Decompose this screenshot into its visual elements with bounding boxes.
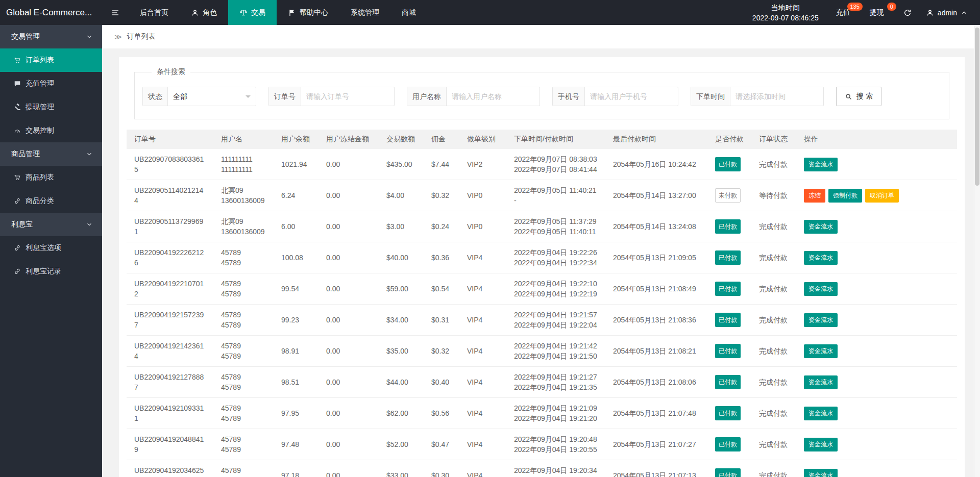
trade-amount-cell: $40.00	[379, 242, 424, 273]
actions-cell: 资金流水	[796, 398, 957, 429]
nav-item-label: 帮助中心	[300, 8, 328, 17]
withdraw-button[interactable]: 提现 0	[870, 8, 884, 17]
sidebar-item-recharge[interactable]: 充值管理	[0, 72, 102, 95]
sidebar-item-order-list[interactable]: 订单列表	[0, 48, 102, 72]
nav-dashboard[interactable]: 后台首页	[129, 0, 180, 25]
table-head: 订单号用户名用户余额用户冻结金额交易数额佣金做单级别下单时间/付款时间最后付款时…	[127, 130, 957, 149]
cancel-order-button[interactable]: 取消订单	[865, 189, 899, 203]
hamburger-icon[interactable]	[102, 0, 129, 25]
phone-input-group: 手机号	[552, 87, 678, 106]
order-no-input[interactable]	[301, 87, 394, 106]
fund-flow-button[interactable]: 资金流水	[804, 220, 838, 234]
table-header-row: 订单号用户名用户余额用户冻结金额交易数额佣金做单级别下单时间/付款时间最后付款时…	[127, 130, 957, 149]
nav-trade[interactable]: 交易	[228, 0, 277, 25]
pay-status-cell: 已付款	[707, 367, 751, 398]
username-input[interactable]	[447, 87, 540, 106]
pay-status-cell: 已付款	[707, 336, 751, 367]
commission-cell: $0.54	[424, 273, 459, 305]
status-select[interactable]: 全部	[168, 87, 256, 106]
order-time-input[interactable]	[730, 87, 823, 106]
username-line: 45789	[221, 258, 266, 268]
recharge-button[interactable]: 充值 135	[836, 8, 850, 17]
nav-help-center[interactable]: 帮助中心	[277, 0, 339, 25]
breadcrumb-chevrons-icon: ≫	[114, 33, 122, 41]
balance-cell: 6.00	[274, 211, 318, 242]
order-no-cell: UB2209041922107012	[127, 273, 213, 305]
username-line: 45789	[221, 341, 266, 351]
sidebar-item-trade-control[interactable]: 交易控制	[0, 119, 102, 142]
level-cell: VIP4	[459, 242, 506, 273]
sidebar-group-interest[interactable]: 利息宝	[0, 213, 102, 236]
fund-flow-button[interactable]: 资金流水	[804, 344, 838, 358]
sidebar-item-goods-list[interactable]: 商品列表	[0, 166, 102, 189]
sidebar-item-withdraw[interactable]: 提现管理	[0, 95, 102, 119]
order-no-cell: UB2209041921093311	[127, 398, 213, 429]
sidebar-item-goods-category[interactable]: 商品分类	[0, 189, 102, 213]
pay-status-cell: 已付款	[707, 460, 751, 477]
link-icon	[14, 268, 21, 275]
trade-amount-cell: $3.00	[379, 211, 424, 242]
order-time-cell: 2022年09月05日 11:37:292022年09月05日 11:40:11	[506, 211, 605, 242]
order-time-cell: 2022年09月04日 19:20:342022年09月04日 19:20:41	[506, 460, 605, 477]
pay-status-badge: 已付款	[715, 219, 741, 234]
username-cell: 北冥0913600136009	[213, 211, 274, 242]
person-icon	[926, 9, 934, 17]
pay-status-badge: 已付款	[715, 468, 741, 477]
time-line: 2022年09月07日 08:38:03	[514, 154, 598, 164]
freeze-button[interactable]: 冻结	[804, 189, 825, 203]
commission-cell: $0.36	[424, 242, 459, 273]
order-no-cell: UB2209041921572397	[127, 305, 213, 336]
fund-flow-button[interactable]: 资金流水	[804, 469, 838, 477]
page-title: 订单列表	[127, 32, 156, 41]
time-line: 2022年09月05日 11:37:29	[514, 216, 598, 227]
sidebar-item-interest-records[interactable]: 利息宝记录	[0, 260, 102, 283]
username-line: 45789	[221, 413, 266, 423]
sidebar-item-label: 利息宝记录	[26, 267, 61, 276]
filter-legend: 条件搜索	[152, 67, 190, 77]
fund-flow-button[interactable]: 资金流水	[804, 438, 838, 451]
time-line: 2022年09月04日 19:22:19	[514, 289, 598, 299]
nav-item-label: 角色	[203, 8, 217, 17]
sidebar-group-goods[interactable]: 商品管理	[0, 142, 102, 166]
time-line: 2022年09月04日 19:21:35	[514, 382, 598, 392]
balance-cell: 98.51	[274, 367, 318, 398]
fund-flow-button[interactable]: 资金流水	[804, 375, 838, 389]
sidebar-item-label: 商品分类	[26, 196, 54, 206]
order-no-cell: UB2209041920488419	[127, 429, 213, 460]
phone-input[interactable]	[585, 87, 678, 106]
fund-flow-button[interactable]: 资金流水	[804, 313, 838, 327]
body-wrap: 交易管理订单列表充值管理提现管理交易控制商品管理商品列表商品分类利息宝利息宝选项…	[0, 25, 980, 477]
username-cell: 4578945789	[213, 398, 274, 429]
frozen-amount-cell: 0.00	[318, 149, 379, 180]
fund-flow-button[interactable]: 资金流水	[804, 251, 838, 265]
fund-flow-button[interactable]: 资金流水	[804, 407, 838, 420]
fund-flow-button[interactable]: 资金流水	[804, 158, 838, 171]
username-cell: 4578945789	[213, 429, 274, 460]
nav-mall[interactable]: 商城	[390, 0, 427, 25]
username-cell: 111111111111111111	[213, 149, 274, 180]
app-window: Global E-Commerce... 后台首页角色交易帮助中心系统管理商城 …	[0, 0, 980, 477]
main-area: ≫ 订单列表 条件搜索 状态全部订单号用户名称手机号下单时间 搜 索	[102, 25, 980, 477]
column-header: 交易数额	[379, 130, 424, 149]
nav-system[interactable]: 系统管理	[339, 0, 390, 25]
scrollbar-thumb[interactable]	[975, 28, 979, 186]
username-line: 北冥09	[221, 185, 266, 195]
refresh-icon[interactable]	[903, 9, 912, 17]
sidebar: 交易管理订单列表充值管理提现管理交易控制商品管理商品列表商品分类利息宝利息宝选项…	[0, 25, 102, 477]
vertical-scrollbar[interactable]	[974, 25, 980, 477]
trade-amount-cell: $34.00	[379, 305, 424, 336]
last-pay-time-cell: 2054年05月13日 21:08:21	[605, 336, 707, 367]
actions-cell: 冻结强制付款取消订单	[796, 180, 957, 211]
order-status-cell: 完成付款	[751, 460, 796, 477]
username-line: 45789	[221, 310, 266, 320]
user-menu[interactable]: admin	[926, 9, 980, 17]
username-line: 45789	[221, 351, 266, 361]
nav-roles[interactable]: 角色	[180, 0, 228, 25]
force-pay-button[interactable]: 强制付款	[828, 189, 862, 203]
fund-flow-button[interactable]: 资金流水	[804, 282, 838, 296]
cart-icon	[14, 174, 21, 181]
username-line: 45789	[221, 289, 266, 299]
sidebar-group-trade[interactable]: 交易管理	[0, 25, 102, 48]
sidebar-item-interest-options[interactable]: 利息宝选项	[0, 236, 102, 260]
search-button[interactable]: 搜 索	[836, 87, 881, 106]
